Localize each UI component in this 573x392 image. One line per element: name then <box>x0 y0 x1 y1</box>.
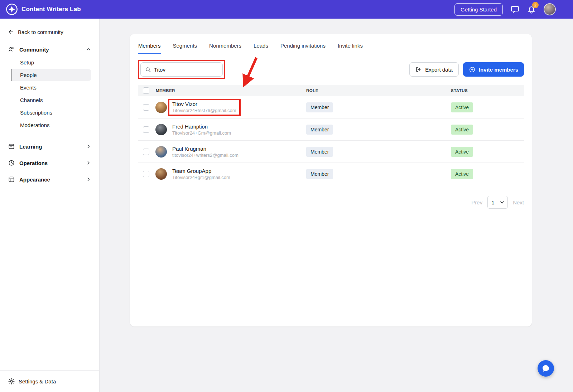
pagination-next[interactable]: Next <box>513 199 524 205</box>
role-badge: Member <box>306 147 333 157</box>
export-data-button[interactable]: Export data <box>409 62 459 77</box>
plus-circle-icon <box>469 66 476 73</box>
settings-label: Settings & Data <box>19 378 56 384</box>
chevron-right-icon <box>86 176 91 182</box>
operations-label: Operations <box>19 160 48 166</box>
sidebar-item-moderations[interactable]: Moderations <box>11 119 91 131</box>
member-email: Titovisor24+Gm@gmail.com <box>172 130 231 136</box>
back-to-community-link[interactable]: Back to community <box>8 29 91 35</box>
members-card: Members Segments Nonmembers Leads Pendin… <box>130 34 532 326</box>
sidebar-section-learning[interactable]: Learning <box>8 138 91 155</box>
sidebar-section-operations[interactable]: Operations <box>8 155 91 171</box>
status-badge: Active <box>451 147 473 157</box>
community-items-list: Setup People Events Channels Subscriptio… <box>11 57 91 131</box>
chevron-down-icon <box>500 201 504 204</box>
chat-bubble-icon <box>541 364 550 373</box>
settings-and-data-link[interactable]: Settings & Data <box>0 370 99 392</box>
table-header-row: MEMBER ROLE STATUS <box>138 85 524 96</box>
member-name: Titov Vizor <box>172 101 236 107</box>
tab-segments[interactable]: Segments <box>173 42 198 54</box>
pagination-prev[interactable]: Prev <box>471 199 482 205</box>
notifications-bell-icon[interactable]: 2 <box>527 5 536 14</box>
status-badge: Active <box>451 169 473 179</box>
table-row[interactable]: Team GroupApp Titovisor24+gr1@gmail.com … <box>138 163 524 185</box>
search-input[interactable] <box>154 67 218 73</box>
row-checkbox[interactable] <box>143 126 149 133</box>
invite-members-button[interactable]: Invite members <box>463 62 524 77</box>
sidebar-item-events[interactable]: Events <box>11 82 91 93</box>
pagination-page-value: 1 <box>491 199 494 205</box>
role-badge: Member <box>306 125 333 135</box>
sidebar-section-appearance[interactable]: Appearance <box>8 171 91 188</box>
role-badge: Member <box>306 169 333 179</box>
search-icon <box>145 67 151 73</box>
member-avatar <box>155 146 167 158</box>
main-content: Members Segments Nonmembers Leads Pendin… <box>100 19 573 392</box>
tab-nonmembers[interactable]: Nonmembers <box>209 42 242 54</box>
pagination: Prev 1 Next <box>138 196 524 209</box>
status-badge: Active <box>451 125 473 135</box>
member-name: Team GroupApp <box>172 168 230 174</box>
annotation-box-member-name: Titov Vizor Titovisor24+test76@gmail.com <box>168 99 241 116</box>
table-row[interactable]: Titov Vizor Titovisor24+test76@gmail.com… <box>138 96 524 118</box>
row-checkbox[interactable] <box>143 171 149 177</box>
member-email: Titovisor24+test76@gmail.com <box>172 108 236 113</box>
invite-members-label: Invite members <box>479 67 518 73</box>
app-title: Content Writers Lab <box>21 6 81 13</box>
member-email: Titovisor24+gr1@gmail.com <box>172 175 230 180</box>
sidebar-item-subscriptions[interactable]: Subscriptions <box>11 107 91 118</box>
row-checkbox[interactable] <box>143 149 149 155</box>
community-label: Community <box>19 47 49 53</box>
pagination-page-select[interactable]: 1 <box>487 196 508 209</box>
gear-icon <box>8 378 15 385</box>
member-avatar <box>155 102 167 113</box>
member-avatar <box>155 168 167 180</box>
getting-started-button[interactable]: Getting Started <box>454 3 503 16</box>
learning-icon <box>8 143 15 150</box>
tab-members[interactable]: Members <box>138 42 161 54</box>
member-name: Fred Hamption <box>172 124 231 130</box>
status-badge: Active <box>451 102 473 112</box>
chat-launcher-button[interactable] <box>538 360 554 377</box>
column-header-status: STATUS <box>451 88 524 93</box>
back-link-label: Back to community <box>18 29 63 35</box>
arrow-left-icon <box>8 29 14 35</box>
select-all-checkbox[interactable] <box>143 87 149 94</box>
tab-pending-invitations[interactable]: Pending invitations <box>280 42 326 54</box>
export-icon <box>415 66 422 73</box>
chevron-up-icon <box>86 47 91 52</box>
members-table: MEMBER ROLE STATUS Titov Vizor Titovisor… <box>138 85 524 185</box>
annotation-box-search <box>138 60 225 79</box>
sidebar-section-community[interactable]: Community <box>8 46 91 53</box>
export-data-label: Export data <box>425 67 453 73</box>
tab-invite-links[interactable]: Invite links <box>337 42 363 54</box>
tab-leads[interactable]: Leads <box>253 42 269 54</box>
role-badge: Member <box>306 102 333 112</box>
member-email: titovisor24+writers2@gmail.com <box>172 153 239 158</box>
column-header-role: ROLE <box>306 88 451 93</box>
column-header-member: MEMBER <box>151 88 306 93</box>
topbar: Content Writers Lab Getting Started 2 <box>0 0 573 19</box>
sidebar-sections: Learning Operations <box>8 138 91 188</box>
sidebar: Back to community Community Setup People… <box>0 19 100 392</box>
member-name: Paul Krugman <box>172 146 239 152</box>
appearance-icon <box>8 176 15 183</box>
table-row[interactable]: Paul Krugman titovisor24+writers2@gmail.… <box>138 141 524 163</box>
app-logo-icon <box>6 3 18 15</box>
chevron-right-icon <box>86 144 91 149</box>
table-row[interactable]: Fred Hamption Titovisor24+Gm@gmail.com M… <box>138 118 524 141</box>
community-icon <box>8 46 15 53</box>
sidebar-item-setup[interactable]: Setup <box>11 57 91 68</box>
chat-icon[interactable] <box>511 5 519 14</box>
appearance-label: Appearance <box>19 176 50 183</box>
sidebar-item-channels[interactable]: Channels <box>11 94 91 106</box>
operations-icon <box>8 159 15 166</box>
members-toolbar: Export data Invite members <box>138 60 524 79</box>
member-search-box <box>140 62 223 77</box>
sidebar-item-people[interactable]: People <box>11 69 91 81</box>
chevron-right-icon <box>86 160 91 166</box>
user-avatar[interactable] <box>544 3 556 15</box>
row-checkbox[interactable] <box>143 104 149 111</box>
learning-label: Learning <box>19 144 42 150</box>
notification-count-badge: 2 <box>532 2 539 8</box>
